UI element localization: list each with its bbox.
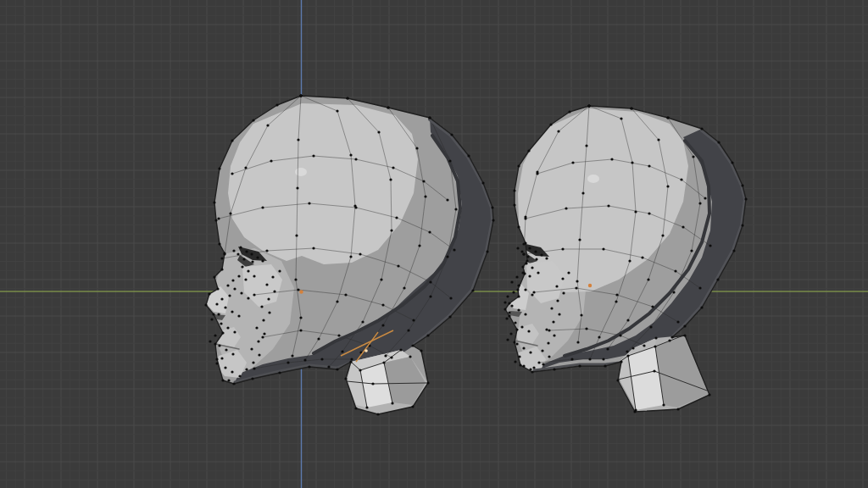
- object-origin-left[interactable]: [299, 290, 303, 293]
- object-origin-right[interactable]: [588, 284, 592, 287]
- skull-head-left-specular-spot: [295, 168, 307, 176]
- active-vertex[interactable]: [364, 349, 368, 352]
- viewport-canvas[interactable]: [0, 0, 868, 488]
- skull-head-right-specular-spot: [587, 175, 599, 183]
- blender-3d-viewport: [0, 0, 868, 488]
